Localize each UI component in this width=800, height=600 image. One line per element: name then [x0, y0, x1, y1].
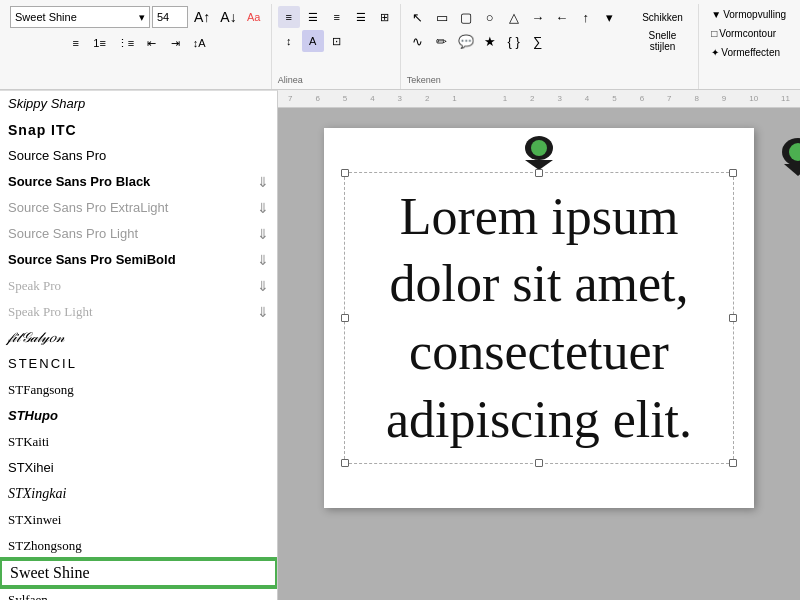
svg-point-4	[531, 140, 547, 156]
font-item-label: STKaiti	[8, 434, 269, 450]
cloud-download-icon[interactable]: ⇓	[257, 200, 269, 216]
vorm-group: ▼ Vormopvulling □ Vormcontour ✦ Vormeffe…	[701, 4, 796, 89]
text-box[interactable]: Lorem ipsum dolor sit amet, consectetuer…	[344, 172, 734, 464]
circle-button[interactable]: ○	[479, 6, 501, 28]
cloud-download-icon[interactable]: ⇓	[257, 304, 269, 320]
sort-button[interactable]: ↕A	[188, 32, 210, 54]
handle-tl[interactable]	[341, 169, 349, 177]
font-list-item-fit-galyon[interactable]: 𝒻𝒾𝓉𝒢𝒶𝓁𝓎𝑜𝓃	[0, 325, 277, 351]
more-shapes-button[interactable]: ▾	[599, 6, 621, 28]
font-list-item-source-sans-pro-extralight[interactable]: Source Sans Pro ExtraLight⇓	[0, 195, 277, 221]
font-list-item-stfangsong[interactable]: STFangsong	[0, 377, 277, 403]
bracket-button[interactable]: { }	[503, 30, 525, 52]
font-item-label: STXingkai	[8, 486, 269, 502]
arrow-left-button[interactable]: ←	[551, 6, 573, 28]
shading-button[interactable]: A	[302, 30, 324, 52]
font-item-label: STENCIL	[8, 356, 269, 371]
triangle-button[interactable]: △	[503, 6, 525, 28]
numbered-list-button[interactable]: 1≡	[89, 32, 111, 54]
font-list-item-speak-pro-light[interactable]: Speak Pro Light⇓	[0, 299, 277, 325]
font-list-item-source-sans-pro-light[interactable]: Source Sans Pro Light⇓	[0, 221, 277, 247]
document-page: Lorem ipsum dolor sit amet, consectetuer…	[324, 128, 754, 508]
font-item-label: Source Sans Pro SemiBold	[8, 252, 257, 267]
curve-button[interactable]: ∿	[407, 30, 429, 52]
rounded-rect-button[interactable]: ▢	[455, 6, 477, 28]
handle-ml[interactable]	[341, 314, 349, 322]
indent-less-button[interactable]: ⇤	[140, 32, 162, 54]
select-shape-button[interactable]: ↖	[407, 6, 429, 28]
freeform-button[interactable]: ✏	[431, 30, 453, 52]
font-item-label: Source Sans Pro	[8, 148, 269, 163]
font-list-item-snap-itc[interactable]: Snap ITC	[0, 117, 277, 143]
vormcontour-button[interactable]: □ Vormcontour	[707, 25, 790, 42]
font-item-label: Source Sans Pro ExtraLight	[8, 200, 257, 215]
font-name-dropdown[interactable]: Sweet Shine ▾	[10, 6, 150, 28]
vormeffecten-button[interactable]: ✦ Vormeffecten	[707, 44, 790, 61]
cloud-download-icon[interactable]: ⇓	[257, 278, 269, 294]
vormopvulling-icon: ▼	[711, 9, 721, 20]
align-left-button[interactable]: ≡	[278, 6, 300, 28]
handle-tr[interactable]	[729, 169, 737, 177]
callout-button[interactable]: 💬	[455, 30, 477, 52]
font-item-label: Speak Pro Light	[8, 304, 257, 320]
font-list-item-source-sans-pro[interactable]: Source Sans Pro	[0, 143, 277, 169]
font-list-item-stencil[interactable]: STENCIL	[0, 351, 277, 377]
dropdown-arrow-icon[interactable]: ▾	[139, 11, 145, 24]
cloud-download-icon[interactable]: ⇓	[257, 252, 269, 268]
shapes-row2: ∿ ✏ 💬 ★ { } ∑	[407, 30, 621, 52]
font-list-item-source-sans-pro-semibold[interactable]: Source Sans Pro SemiBold⇓	[0, 247, 277, 273]
border-button[interactable]: ⊡	[326, 30, 348, 52]
align-center-button[interactable]: ☰	[302, 6, 324, 28]
font-list-item-stzhongsong[interactable]: STZhongsong	[0, 533, 277, 559]
font-item-label: 𝒻𝒾𝓉𝒢𝒶𝓁𝓎𝑜𝓃	[8, 330, 269, 346]
arrow-right-button[interactable]: →	[527, 6, 549, 28]
handle-bl[interactable]	[341, 459, 349, 467]
font-size-input[interactable]: 54	[152, 6, 188, 28]
font-list-item-skippy-sharp[interactable]: Skippy Sharp	[0, 91, 277, 117]
font-list-item-stkaiti[interactable]: STKaiti	[0, 429, 277, 455]
font-list-item-source-sans-pro-black[interactable]: Source Sans Pro Black⇓	[0, 169, 277, 195]
grammarly-icon-top	[525, 136, 553, 173]
font-item-label: STHupo	[8, 408, 269, 423]
multilevel-list-button[interactable]: ⋮≡	[113, 32, 138, 54]
font-shrink-button[interactable]: A↓	[216, 6, 240, 28]
cloud-download-icon[interactable]: ⇓	[257, 174, 269, 190]
svg-marker-8	[784, 164, 800, 176]
font-dropdown-panel[interactable]: Skippy SharpSnap ITCSource Sans ProSourc…	[0, 90, 278, 600]
font-list-item-stxingkai[interactable]: STXingkai	[0, 481, 277, 507]
bullet-list-button[interactable]: ≡	[65, 32, 87, 54]
font-list-item-stxinwei[interactable]: STXinwei	[0, 507, 277, 533]
indent-more-button[interactable]: ⇥	[164, 32, 186, 54]
tekenen-group: ↖ ▭ ▢ ○ △ → ← ↑ ▾ ∿ ✏ 💬 ★ { } ∑ Tekenen	[403, 4, 625, 89]
schikken-button[interactable]: Schikken	[631, 6, 695, 28]
align-justify-button[interactable]: ☰	[350, 6, 372, 28]
columns-button[interactable]: ⊞	[374, 6, 396, 28]
handle-tm[interactable]	[535, 169, 543, 177]
arrow-up-button[interactable]: ↑	[575, 6, 597, 28]
snelle-stijlen-button[interactable]: Snelle stijlen	[631, 30, 695, 52]
font-item-label: Skippy Sharp	[8, 96, 269, 111]
equation-button[interactable]: ∑	[527, 30, 549, 52]
font-grow-button[interactable]: A↑	[190, 6, 214, 28]
font-list-item-sthupo[interactable]: STHupo	[0, 403, 277, 429]
handle-br[interactable]	[729, 459, 737, 467]
clear-format-button[interactable]: Aa	[243, 6, 265, 28]
font-list-item-sweet-shine[interactable]: Sweet Shine	[0, 559, 277, 587]
handle-bm[interactable]	[535, 459, 543, 467]
font-list-item-speak-pro[interactable]: Speak Pro⇓	[0, 273, 277, 299]
vormopvulling-button[interactable]: ▼ Vormopvulling	[707, 6, 790, 23]
tekenen-label: Tekenen	[407, 75, 621, 87]
star-button[interactable]: ★	[479, 30, 501, 52]
align-right-button[interactable]: ≡	[326, 6, 348, 28]
font-list-item-stxihei[interactable]: STXihei	[0, 455, 277, 481]
main-area: Skippy SharpSnap ITCSource Sans ProSourc…	[0, 90, 800, 600]
document-area[interactable]: 765 432 1 123 456 789 1011	[278, 90, 800, 600]
line-spacing-button[interactable]: ↕	[278, 30, 300, 52]
cloud-download-icon[interactable]: ⇓	[257, 226, 269, 242]
vormeffecten-icon: ✦	[711, 47, 719, 58]
font-list-item-sylfaen[interactable]: Sylfaen	[0, 587, 277, 600]
font-item-label: STXinwei	[8, 512, 269, 528]
rect-shape-button[interactable]: ▭	[431, 6, 453, 28]
handle-mr[interactable]	[729, 314, 737, 322]
font-item-label: STXihei	[8, 460, 269, 475]
